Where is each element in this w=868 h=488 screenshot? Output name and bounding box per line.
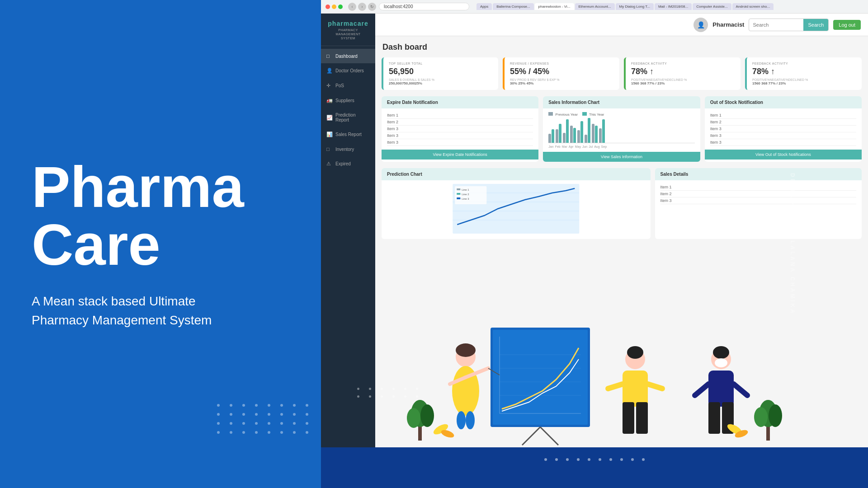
- doctor-orders-icon: 👤: [326, 68, 333, 74]
- list-item: Item 1: [387, 112, 533, 119]
- bar-group: [563, 119, 569, 143]
- maximize-dot[interactable]: [338, 5, 343, 9]
- expired-icon: ⚠: [326, 161, 333, 167]
- back-button[interactable]: ‹: [348, 3, 356, 11]
- sidebar-item-sales-report[interactable]: 📊 Sales Report: [321, 127, 375, 142]
- svg-rect-10: [457, 197, 460, 199]
- dashboard-area: Dash board TOP SELLER TOTAL 56,950 SALES…: [375, 36, 868, 488]
- sales-icon: 📊: [326, 131, 333, 137]
- expire-date-panel: Expire Date Notification Item 1 Item 2 I…: [382, 96, 538, 162]
- pos-icon: ✛: [326, 83, 333, 89]
- main-title: Pharma Care: [32, 158, 289, 274]
- main-content: 👤 Pharmacist Search Log out Dash board T…: [375, 14, 868, 488]
- sidebar-item-suppliers[interactable]: 🚛 Suppliers: [321, 93, 375, 108]
- stat-sub: POSITIVE%NEGATIVE%DECLINED %: [631, 78, 735, 81]
- sidebar-item-dashboard[interactable]: □ Dashboard: [321, 49, 375, 63]
- bar-group: [570, 126, 576, 143]
- bar-group: [585, 118, 590, 143]
- browser-tab[interactable]: Android screen sho...: [732, 3, 774, 10]
- browser-tab[interactable]: My Dialog Long T...: [616, 3, 654, 10]
- sales-chart-header: Sales Information Chart: [543, 96, 700, 108]
- bar-group: [548, 129, 554, 143]
- top-navbar: 👤 Pharmacist Search Log out: [375, 14, 868, 36]
- sidebar: pharmacare PHARMACY MANAGEMENTSYSTEM □ D…: [321, 14, 375, 488]
- sidebar-divider: [321, 46, 375, 46]
- list-item: Item 3: [710, 139, 856, 146]
- stat-label: REVENUE / EXPENSES: [510, 62, 614, 65]
- browser-tab[interactable]: Computer Assiste...: [693, 3, 731, 10]
- subtitle: A Mean stack based UltimatePharmacy Mana…: [32, 292, 289, 330]
- list-item: Item 1: [660, 184, 856, 191]
- expire-view-btn[interactable]: View Expire Date Notifications: [382, 150, 538, 160]
- stat-label: FEEDBACK ACTIVITY: [631, 62, 735, 65]
- stat-label: TOP SELLER TOTAL: [389, 62, 493, 65]
- logo-sub: PHARMACY MANAGEMENTSYSTEM: [326, 28, 371, 40]
- svg-text:Line 1: Line 1: [462, 188, 469, 191]
- sidebar-logo: pharmacare PHARMACY MANAGEMENTSYSTEM: [321, 14, 375, 43]
- sidebar-item-pos[interactable]: ✛ PoS: [321, 78, 375, 93]
- suppliers-icon: 🚛: [326, 98, 333, 103]
- stat-sub-values: 30% 25% 45%: [510, 81, 614, 85]
- sales-details-panel: Sales Details Item 1 Item 2 Item 3: [655, 168, 862, 239]
- stat-sub-values: 250,000750,00025%: [389, 81, 493, 85]
- legend-prev: Previous Year: [548, 112, 578, 117]
- expire-body: Item 1 Item 2 Item 3 Item 3 Item 3: [382, 108, 538, 150]
- bar-group: [556, 124, 561, 143]
- browser-tab[interactable]: Mail - IM2018/08...: [655, 3, 692, 10]
- logout-button[interactable]: Log out: [833, 20, 861, 30]
- stat-sub-values: 1560 368 77% / 23%: [752, 81, 856, 85]
- sidebar-item-expired[interactable]: ⚠ Expired: [321, 156, 375, 171]
- search-button[interactable]: Search: [803, 19, 828, 31]
- stat-value: 56,950: [389, 67, 493, 76]
- stat-card-feedback1: FEEDBACK ACTIVITY 78% ↑ POSITIVE%NEGATIV…: [624, 57, 741, 90]
- stock-panel: Out of Stock Notification Item 1 Item 2 …: [705, 96, 862, 162]
- chart-labels: JanFebMarAprMayJunJulAugSep: [548, 145, 694, 148]
- close-dot[interactable]: [326, 5, 330, 9]
- browser-tab[interactable]: Ballerina Compose...: [493, 3, 533, 10]
- bar-group: [592, 124, 598, 143]
- sales-details-body: Item 1 Item 2 Item 3: [655, 180, 862, 212]
- sidebar-item-doctor-orders[interactable]: 👤 Doctor Orders: [321, 63, 375, 78]
- bar-group: [577, 121, 583, 143]
- stat-sub: SALES $ OVERALL $ SALES %: [389, 78, 493, 81]
- search-input[interactable]: [749, 22, 803, 28]
- forward-button[interactable]: ›: [358, 3, 366, 11]
- logo-text: pharmacare: [326, 20, 371, 27]
- list-item: Item 3: [710, 126, 856, 132]
- list-item: Item 2: [387, 119, 533, 126]
- url-bar[interactable]: localhost:4200: [379, 3, 469, 10]
- prediction-chart-body: Line 1 Line 2 Line 3: [382, 180, 651, 239]
- list-item: Item 3: [387, 132, 533, 139]
- search-wrap: Search: [749, 19, 829, 31]
- stock-view-btn[interactable]: View Out of Stock Notifications: [705, 150, 862, 160]
- stock-body: Item 1 Item 2 Item 3 Item 3 Item 3: [705, 108, 862, 150]
- browser-tab[interactable]: Ethereum Account...: [575, 3, 615, 10]
- list-item: Item 2: [710, 119, 856, 126]
- stock-header: Out of Stock Notification: [705, 96, 862, 108]
- avatar: 👤: [693, 18, 708, 32]
- list-item: Item 1: [710, 112, 856, 119]
- sidebar-item-prediction-report[interactable]: 📈 Prediction Report: [321, 108, 375, 127]
- browser-tab-active[interactable]: pharewboston - Vi...: [535, 3, 574, 10]
- legend-curr: This Year: [582, 112, 604, 117]
- stat-card-revenue: REVENUE / EXPENSES 55% / 45% REV PROD $ …: [503, 57, 619, 90]
- refresh-button[interactable]: ↻: [368, 3, 376, 11]
- svg-text:Line 2: Line 2: [462, 193, 469, 196]
- list-item: Item 3: [387, 139, 533, 146]
- svg-rect-8: [457, 193, 460, 195]
- prediction-chart-panel: Prediction Chart: [382, 168, 651, 239]
- sales-chart-panel: Sales Information Chart Previous Year Th…: [543, 96, 700, 162]
- stat-label: FEEDBACK ACTIVITY: [752, 62, 856, 65]
- svg-text:Line 3: Line 3: [462, 197, 469, 200]
- sales-chart-view-btn[interactable]: View Sales Information: [543, 152, 700, 162]
- bar-chart: [548, 118, 694, 143]
- sidebar-item-inventory[interactable]: □ Inventory: [321, 142, 375, 156]
- list-item: Item 2: [660, 191, 856, 197]
- app-container: pharmacare PHARMACY MANAGEMENTSYSTEM □ D…: [321, 14, 868, 488]
- stat-sub: POSITIVE%NEGATIVE%DECLINED %: [752, 78, 856, 81]
- list-item: Item 3: [387, 126, 533, 132]
- minimize-dot[interactable]: [332, 5, 336, 9]
- browser-chrome: ‹ › ↻ localhost:4200 Apps Ballerina Comp…: [321, 0, 868, 14]
- stat-card-feedback2: FEEDBACK ACTIVITY 78% ↑ POSITIVE%NEGATIV…: [745, 57, 862, 90]
- browser-tab[interactable]: Apps: [476, 3, 492, 10]
